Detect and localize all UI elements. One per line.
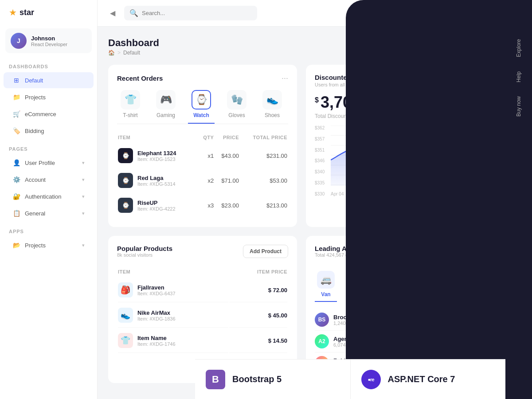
avatar: J	[11, 33, 27, 49]
sidebar-item-label: Projects	[25, 94, 46, 101]
dashboard-grid-top: Recent Orders ··· 👕 T-shirt 🎮 Gamin	[108, 65, 495, 227]
user-name: Johnson	[31, 35, 67, 42]
tab-gloves[interactable]: 🧤 Gloves	[223, 90, 250, 124]
user-profile-card[interactable]: J Johnson React Developer	[5, 28, 92, 53]
dashboards-section-title: DASHBOARDS	[0, 57, 97, 72]
help-item[interactable]: Help	[513, 66, 524, 88]
content-area: Dashboard 🏠 > Default + Invite Create Ap…	[98, 27, 532, 399]
tab-gaming[interactable]: 🎮 Gaming	[153, 90, 179, 124]
explore-item[interactable]: Explore	[513, 34, 524, 63]
sidebar-item-bidding[interactable]: 🏷️ Bidding	[4, 123, 94, 139]
recent-orders-title: Recent Orders	[117, 74, 163, 82]
products-table: ITEM ITEM PRICE 🎒	[117, 266, 288, 354]
table-row: ⌚ RiseUP Item: #XDG-4222 x3 $2	[118, 193, 287, 217]
general-icon: 📋	[12, 209, 20, 217]
table-row: 👕 Item Name Item: #XDG-1746 $ 14.50	[118, 329, 287, 353]
cat-tab-drone[interactable]: 🚁 Drone	[377, 271, 399, 302]
search-input[interactable]	[142, 10, 252, 16]
header-actions: + Invite Create App	[411, 40, 495, 54]
apps-section-title: APPS	[0, 222, 97, 237]
card-menu-icon[interactable]: ···	[479, 76, 486, 85]
sidebar-item-label: eCommerce	[25, 111, 56, 117]
sidebar-item-label: Bidding	[25, 128, 44, 134]
create-app-button[interactable]: Create App	[450, 40, 495, 54]
sidebar-item-label: Account	[25, 176, 46, 183]
user-role: React Developer	[31, 42, 67, 47]
buy-now-item[interactable]: Buy now	[513, 91, 524, 122]
agent-avatar: A2	[315, 334, 329, 348]
rating-button[interactable]: Rating →	[405, 336, 435, 346]
sidebar-collapse-button[interactable]: ◀	[106, 7, 119, 20]
sales-badge: ▼ 4.5%	[362, 98, 387, 106]
search-icon: 🔍	[129, 9, 138, 17]
cat-tab-train[interactable]: 🚂 Train	[346, 271, 368, 302]
chevron-down-icon: ▾	[82, 194, 85, 200]
products-title: Popular Products	[117, 245, 172, 252]
table-row: 🎒 Fjallraven Item: #XDG-6437 $ 72.00	[118, 278, 287, 302]
sales-total-label: Total Discounted Sales This Month	[315, 113, 486, 119]
logo-icon: ★	[9, 7, 17, 18]
search-box[interactable]: 🔍	[124, 6, 257, 20]
table-row: ⌚ Red Laga Item: #XDG-5314 x2	[118, 168, 287, 192]
right-sidebar: Explore Help Buy now	[505, 27, 532, 399]
bootstrap-title: Bootstrap 5	[232, 374, 282, 384]
topbar-arrow-icon[interactable]: →	[508, 6, 523, 21]
page-header: Dashboard 🏠 > Default + Invite Create Ap…	[108, 37, 495, 56]
tab-shoes[interactable]: 👟 Shoes	[259, 90, 286, 124]
col-price: PRICE	[215, 132, 239, 143]
sidebar: ★ star J Johnson React Developer DASHBOA…	[0, 0, 98, 399]
watch-icon: ⌚	[192, 90, 211, 110]
breadcrumb: 🏠 > Default	[108, 50, 159, 56]
tshirt-icon: 👕	[121, 90, 140, 110]
topbar-globe-icon[interactable]: 🌐	[430, 6, 445, 21]
logo-text: star	[20, 8, 34, 17]
sidebar-item-account[interactable]: ⚙️ Account ▾	[4, 172, 94, 188]
promo-banner: B Bootstrap 5 ●re ASP.NET Core 7	[195, 359, 505, 399]
sales-chart: $362 $357 $351 $346 $340 $335 $330	[315, 125, 486, 196]
auth-icon: 🔐	[12, 192, 20, 200]
product-image: 🎒	[118, 282, 133, 297]
breadcrumb-current: Default	[123, 50, 140, 56]
sidebar-item-label: General	[25, 210, 45, 217]
sales-subtitle: Users from all channels	[315, 82, 397, 87]
promo-bootstrap: B Bootstrap 5	[195, 360, 351, 399]
sidebar-item-general[interactable]: 📋 General ▾	[4, 205, 94, 221]
item-image: ⌚	[118, 198, 133, 213]
sidebar-item-ecommerce[interactable]: 🛒 eCommerce	[4, 106, 94, 122]
account-icon: ⚙️	[12, 176, 20, 184]
add-product-button-agents[interactable]: Add Product	[441, 248, 486, 261]
chart-svg	[331, 125, 486, 186]
chevron-down-icon: ▾	[82, 177, 85, 183]
user-icon: 👤	[12, 159, 20, 167]
sidebar-item-projects-dash[interactable]: 📁 Projects	[4, 89, 94, 105]
ecommerce-icon: 🛒	[12, 110, 20, 118]
home-icon[interactable]: 🏠	[108, 50, 115, 56]
cat-tab-van[interactable]: 🚐 Van	[315, 271, 337, 302]
card-menu-icon[interactable]: ···	[282, 74, 288, 83]
sidebar-item-user-profile[interactable]: 👤 User Profile ▾	[4, 155, 94, 171]
chart-y-labels: $362 $357 $351 $346 $340 $335 $330	[315, 125, 325, 196]
rating-button[interactable]: Rating →	[416, 315, 446, 325]
products-subtitle: 8k social visitors	[117, 252, 172, 258]
invite-button[interactable]: + Invite	[411, 40, 446, 54]
sidebar-item-apps-projects[interactable]: 📂 Projects ▾	[4, 237, 94, 253]
col-item: ITEM	[118, 266, 228, 277]
sidebar-item-authentication[interactable]: 🔐 Authentication ▾	[4, 188, 94, 204]
tab-watch[interactable]: ⌚ Watch	[188, 90, 215, 124]
tab-tshirt[interactable]: 👕 T-shirt	[117, 90, 144, 124]
product-image: 👟	[118, 308, 133, 323]
logo-area: ★ star	[0, 0, 97, 25]
topbar-actions: 🌐 🔔 ⚙️ J →	[430, 6, 523, 21]
aspnet-title: ASP.NET Core 7	[388, 374, 455, 384]
topbar: ◀ 🔍 🌐 🔔 ⚙️ J →	[98, 0, 532, 27]
sales-amount: $ 3,706 ▼ 4.5%	[315, 94, 486, 110]
topbar-notifications-icon[interactable]: 🔔	[450, 6, 465, 21]
item-image: ⌚	[118, 148, 133, 163]
sidebar-item-default[interactable]: ⊞ Default	[4, 72, 94, 88]
topbar-user-avatar[interactable]: J	[489, 6, 504, 21]
dotnet-icon: ●re	[361, 370, 381, 389]
gloves-icon: 🧤	[227, 90, 246, 110]
van-icon: 🚐	[317, 271, 335, 289]
add-product-button[interactable]: Add Product	[243, 245, 288, 258]
topbar-settings-icon[interactable]: ⚙️	[469, 6, 484, 21]
